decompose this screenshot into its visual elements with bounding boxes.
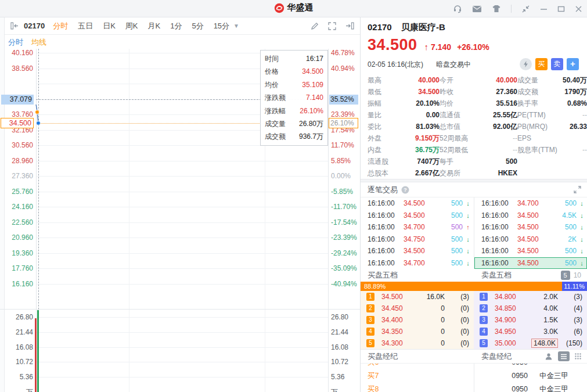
ask-depth-row[interactable]: 434.9503.0K(6) [474, 326, 587, 337]
add-watchlist-button[interactable]: + [567, 58, 579, 70]
chart-period-tab[interactable]: 5分 [192, 21, 203, 30]
trade-volume: 500 [436, 245, 463, 257]
stat-label: 股息率(TTM) [517, 144, 563, 156]
collapse-panel-icon[interactable] [10, 22, 19, 30]
help-question-icon[interactable]: ? [401, 186, 409, 194]
depth-5-toggle[interactable]: 5 [561, 271, 570, 280]
trade-price: 34.500 [404, 197, 436, 210]
chart-period-tab[interactable]: 月K [148, 21, 161, 30]
price-axis-label: 22.560 [0, 218, 33, 226]
broker-name: 中金三甲 [528, 369, 587, 383]
pct-axis-label: -17.54% [331, 218, 359, 226]
close-icon[interactable] [575, 5, 582, 13]
broker-list-view-icon[interactable] [558, 351, 570, 361]
stat-value: 50.40万 [563, 74, 587, 86]
trade-down-arrow-icon: ↓ [463, 245, 473, 257]
depth-order-count: (3) [558, 314, 582, 326]
stat-label: 每手 [440, 156, 480, 167]
bid-depth-row[interactable]: 534.3000(0) [361, 337, 474, 349]
stat-value: -- [480, 132, 517, 144]
stat-label [517, 167, 563, 179]
depth-price: 34.500 [381, 291, 414, 303]
stat-value: 26.33 [563, 121, 587, 132]
price-change-pct: +26.10% [457, 42, 489, 52]
price-axis-label: 20.960 [0, 233, 33, 242]
stat-label: 均价 [440, 98, 480, 109]
broker-grid-view-icon[interactable] [575, 353, 581, 359]
ask-depth-row[interactable]: 134.8002.0K(3) [474, 291, 587, 303]
depth-10-toggle[interactable]: 10 [574, 271, 581, 279]
trade-price: 34.500 [517, 233, 550, 246]
stat-label: 总市值 [440, 121, 480, 132]
stat-label: 量比 [368, 109, 391, 121]
depth-order-count: (0) [445, 337, 469, 349]
price-axis-label: 30.560 [0, 141, 33, 149]
edit-pencil-icon[interactable] [311, 22, 319, 30]
trade-down-arrow-icon: ↓ [463, 197, 473, 210]
broker-sell-row: 0950中金三甲 [474, 383, 587, 392]
bid-depth-row[interactable]: 434.3500(0) [361, 326, 474, 337]
depth-level-badge: 4 [480, 328, 488, 336]
trade-time: 16:16:00 [481, 210, 517, 222]
minute-chart-plot[interactable]: 40.16046.78%38.56040.94%35.36029.24%33.7… [0, 49, 360, 392]
stat-label: 成交量 [517, 74, 563, 86]
legend-price-line[interactable]: 分时 [8, 37, 23, 48]
trade-time: 16:16:00 [481, 221, 517, 233]
chart-period-tab[interactable]: 1分 [170, 21, 182, 30]
chart-period-tab[interactable]: 五日 [78, 21, 93, 30]
shrink-window-icon[interactable] [521, 5, 530, 13]
bid-depth-row[interactable]: 334.4000(0) [361, 314, 474, 326]
stock-code: 02170 [368, 22, 392, 32]
volume-axis-label-right: 10.72 [331, 358, 359, 366]
trade-time: 16:16:00 [481, 257, 517, 269]
stat-value [563, 167, 587, 179]
fullscreen-expand-icon[interactable] [328, 22, 336, 30]
sell-button[interactable]: 卖 [551, 58, 563, 70]
stat-value [563, 156, 587, 167]
price-alert-button[interactable] [520, 58, 532, 70]
maximize-icon[interactable] [557, 5, 565, 13]
ask-depth-row[interactable]: 535.000148.0K(150) [474, 337, 587, 349]
broker-buy-label: 买8 [361, 383, 474, 392]
dock-right-icon[interactable] [345, 22, 354, 30]
chart-period-tab[interactable]: 分时 [53, 21, 68, 30]
chevron-down-icon[interactable]: ▼ [233, 23, 239, 29]
broker-person-icon[interactable] [545, 353, 553, 361]
pct-axis-label: 23.39% [331, 110, 359, 118]
legend-avg-line[interactable]: 均线 [31, 37, 46, 48]
pct-axis-label: 0.00% [331, 172, 359, 180]
depth-level-badge: 5 [480, 339, 488, 347]
chart-period-tab[interactable]: 周K [125, 21, 138, 30]
stat-label: 52周最高 [440, 132, 480, 144]
bid-depth-title: 买盘五档 [368, 270, 398, 280]
mail-icon[interactable] [472, 5, 482, 13]
ask-depth-row[interactable]: 234.8504.0K(4) [474, 303, 587, 314]
stat-label: 内盘 [368, 144, 391, 156]
expand-section-icon[interactable] [574, 186, 581, 193]
stat-label: 流通值 [440, 109, 480, 121]
chart-period-tab[interactable]: 15分 [214, 21, 229, 30]
trade-row: 16:16:0034.500500↓ [361, 197, 474, 210]
last-price: 34.500 [368, 36, 417, 54]
broker-sell-row: 0950 [474, 364, 587, 369]
volume-axis-label-right: 16.08 [331, 343, 359, 351]
price-axis-label: 19.360 [0, 249, 33, 257]
depth-order-count: (0) [445, 326, 469, 337]
depth-order-count: (6) [558, 326, 582, 337]
trade-up-arrow-icon: ↑ [463, 221, 473, 233]
customer-service-icon[interactable] [453, 4, 462, 13]
period-tabs: 分时五日日K周K月K1分5分15分 [53, 21, 239, 31]
volume-axis-label-left: 26.80 [0, 313, 33, 321]
depth-price: 34.350 [381, 326, 414, 337]
minimize-icon[interactable] [540, 5, 548, 13]
buy-button[interactable]: 买 [535, 58, 548, 70]
stat-value: 35.516 [480, 98, 517, 109]
bid-depth-row[interactable]: 134.50016.0K(3) [361, 291, 474, 303]
ask-depth-row[interactable]: 334.9001.5K(3) [474, 314, 587, 326]
chart-period-tab[interactable]: 日K [103, 21, 116, 30]
theme-skin-icon[interactable] [492, 5, 501, 13]
stat-value: 27.360 [480, 86, 517, 98]
bid-depth-row[interactable]: 234.4500(0) [361, 303, 474, 314]
alert-lightning-icon [523, 60, 529, 68]
stat-value: -- [563, 109, 587, 121]
